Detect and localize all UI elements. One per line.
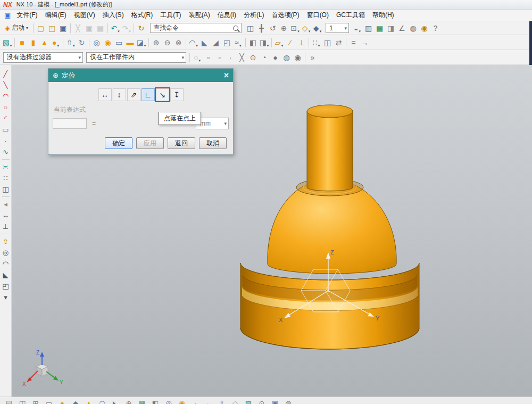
zoom-icon[interactable]: ⊕ (278, 22, 289, 34)
menu-assemblies[interactable]: 装配(A) (185, 10, 214, 21)
snap-point-icon[interactable]: ◌▾ (192, 52, 203, 63)
extrude-shortcut-icon[interactable]: ⇧ (1, 236, 11, 247)
view-section-icon[interactable]: ◨ (385, 22, 396, 34)
dock-icon[interactable]: ◣ (111, 398, 120, 404)
menu-help[interactable]: 帮助(H) (369, 10, 398, 21)
point-on-point-button[interactable]: ↘ (156, 88, 169, 101)
horizontal-button[interactable]: ↔ (98, 88, 112, 101)
dock-icon[interactable]: ▧ (244, 398, 253, 404)
datum-axis-icon[interactable]: ∕ (285, 37, 296, 48)
mid-point-icon[interactable]: ◦ (214, 52, 225, 63)
datum-csys-icon[interactable]: ⊥ (296, 37, 307, 48)
hole-icon[interactable]: ◎ (91, 37, 102, 48)
paste-icon[interactable]: ▤ (95, 22, 106, 34)
subtract-icon[interactable]: ⊖ (162, 37, 173, 48)
dock-icon[interactable]: ▦ (137, 398, 147, 404)
revolve-icon[interactable]: ↻ (76, 37, 87, 48)
dock-icon[interactable]: ◉ (177, 398, 187, 404)
dock-icon[interactable]: ⇧ (217, 398, 227, 404)
model-dome[interactable] (268, 179, 396, 274)
dock-icon[interactable]: ▲ (84, 398, 94, 404)
extrude-icon[interactable]: ⇧▾ (65, 37, 76, 48)
draft-icon[interactable]: ◢ (210, 37, 221, 48)
layer-settings-icon[interactable]: ▤ (374, 22, 385, 34)
rendering-style-icon[interactable]: ◆▾ (312, 22, 323, 34)
sketch-icon[interactable]: ▧▾ (2, 37, 13, 48)
search-icon[interactable] (233, 26, 238, 31)
menu-format[interactable]: 格式(R) (128, 10, 157, 21)
menu-gc-toolbox[interactable]: GC工具箱 (332, 10, 369, 21)
graphics-window[interactable]: Z X Y Z X Y (12, 65, 532, 397)
copy-icon[interactable]: ▣ (84, 22, 95, 34)
dock-icon[interactable]: ▭ (44, 398, 54, 404)
sphere-icon[interactable]: ●▾ (50, 37, 61, 48)
unite-icon[interactable]: ⊕ (151, 37, 162, 48)
point-icon[interactable]: ∙ (1, 135, 11, 146)
intersect-icon[interactable]: ⊗ (173, 37, 184, 48)
chamfer-shortcut-icon[interactable]: ◣ (1, 269, 11, 281)
expression-input[interactable] (53, 118, 87, 129)
window-icon[interactable]: ▥ (363, 22, 374, 34)
cylinder-icon[interactable]: ▮ (28, 37, 39, 48)
dock-icon[interactable]: ⊕ (124, 398, 134, 404)
arc-icon[interactable]: ◠ (1, 90, 11, 102)
arc-center-icon[interactable]: ⊙ (247, 52, 259, 63)
point-on-line-button[interactable]: ↧ (170, 88, 184, 101)
fit-view-icon[interactable]: ⊡▾ (289, 22, 301, 34)
dock-icon[interactable]: ↔ (204, 398, 213, 404)
datum-plane-icon[interactable]: ▱▾ (273, 37, 285, 48)
type-filter-combo[interactable]: 没有选择过滤器 ▾ (3, 52, 83, 63)
split-body-icon[interactable]: ◨▾ (259, 37, 270, 48)
rectangle-icon[interactable]: ▭ (1, 124, 11, 135)
vertical-button[interactable]: ↕ (113, 88, 126, 101)
undo-icon[interactable]: ↶▾ (110, 22, 121, 34)
emboss-icon[interactable]: ◪▾ (136, 37, 147, 48)
refresh-icon[interactable]: ↻ (136, 22, 147, 34)
dock-icon[interactable]: ◍ (284, 398, 293, 404)
dock-icon[interactable]: ◠ (97, 398, 107, 404)
pattern-feature-icon[interactable]: ∷▾ (311, 37, 322, 48)
dimension-icon[interactable]: ↔ (1, 210, 11, 221)
block-icon[interactable]: ■ (16, 37, 28, 48)
model-base-cylinder[interactable] (240, 263, 419, 349)
intersection-point-icon[interactable]: ╳ (236, 52, 247, 63)
dock-icon[interactable]: ◧ (151, 398, 160, 404)
menu-tools[interactable]: 工具(T) (156, 10, 185, 21)
existing-point-icon[interactable]: ● (270, 52, 281, 63)
chamfer-icon[interactable]: ◣ (199, 37, 210, 48)
help-icon[interactable]: ? (430, 22, 441, 34)
line-icon[interactable]: ╲ (1, 79, 11, 90)
dock-icon[interactable]: ◇ (230, 398, 240, 404)
pocket-icon[interactable]: ▭ (113, 37, 124, 48)
trim-body-icon[interactable]: ◧ (247, 37, 259, 48)
selection-scope-combo[interactable]: 仅在工作部件内 ▾ (86, 52, 186, 63)
selection-priority-combo[interactable]: 1 ▾ (326, 23, 349, 33)
offset-curve-icon[interactable]: ≍ (1, 161, 11, 172)
edit-feature-icon[interactable]: → (359, 37, 370, 48)
constraint-icon[interactable]: ⊥ (1, 221, 11, 232)
close-icon[interactable]: × (224, 71, 229, 80)
more-icon[interactable]: ▾ (1, 292, 11, 303)
fillet-icon[interactable]: ◜ (1, 113, 11, 124)
boss-icon[interactable]: ◉ (102, 37, 113, 48)
menu-analysis[interactable]: 分析(L) (240, 10, 268, 21)
point-on-curve-icon[interactable]: ◍ (281, 52, 292, 63)
cone-icon[interactable]: ▲ (39, 37, 50, 48)
spline-icon[interactable]: ∿ (1, 146, 11, 158)
dock-icon[interactable]: ▤ (4, 398, 14, 404)
thread-icon[interactable]: ≈▾ (232, 37, 244, 48)
back-button[interactable]: 返回 (168, 137, 195, 149)
ok-button[interactable]: 确定 (105, 137, 132, 149)
dock-icon[interactable]: ▣ (270, 398, 280, 404)
mirror-curve-icon[interactable]: ◫ (1, 184, 11, 195)
menu-insert[interactable]: 插入(S) (99, 10, 128, 21)
menu-view[interactable]: 视图(V) (70, 10, 99, 21)
menu-file[interactable]: 文件(F) (13, 10, 41, 21)
apply-button[interactable]: 应用 (136, 137, 164, 149)
selection-icon[interactable]: ◉ (419, 22, 430, 34)
more-options-icon[interactable]: » (307, 52, 318, 63)
shell-shortcut-icon[interactable]: ◰ (1, 281, 11, 292)
circle-icon[interactable]: ○ (1, 102, 11, 113)
rotate-view-icon[interactable]: ↺ (267, 22, 278, 34)
perpendicular-button[interactable]: ∟ (142, 88, 155, 101)
